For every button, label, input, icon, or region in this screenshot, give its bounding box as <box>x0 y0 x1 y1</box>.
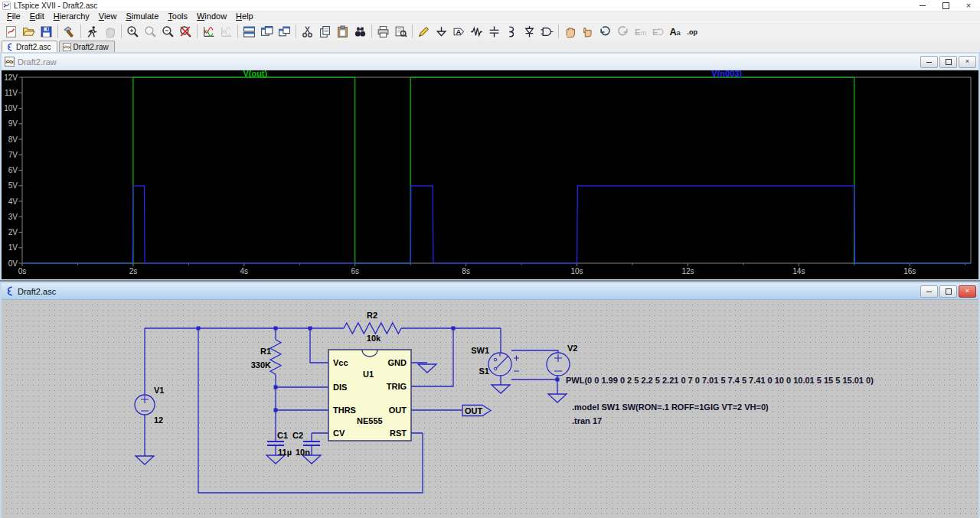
app-close-button[interactable]: × <box>957 0 980 11</box>
print-button[interactable] <box>374 23 392 41</box>
print-preview-button[interactable] <box>392 23 410 41</box>
r2-name[interactable]: R2 <box>367 311 377 320</box>
run-button[interactable] <box>83 23 101 41</box>
zoom-out-icon <box>162 25 175 38</box>
v2-name[interactable]: V2 <box>567 344 577 353</box>
undo-button[interactable] <box>596 23 614 41</box>
zoom-in-button[interactable] <box>124 23 142 41</box>
tile-horizontal-button[interactable] <box>240 23 258 41</box>
autorange-y-button[interactable] <box>200 23 217 41</box>
copy-button[interactable] <box>316 23 334 41</box>
run-icon <box>86 25 99 38</box>
wire-icon <box>417 25 430 38</box>
schematic-minimize-button[interactable] <box>920 285 938 298</box>
zoom-full-button[interactable] <box>177 23 194 41</box>
waveform-close-button[interactable]: × <box>959 56 976 68</box>
component-r1[interactable]: R1 330K <box>251 340 281 374</box>
menu-edit[interactable]: Edit <box>25 11 49 21</box>
inductor-button[interactable] <box>503 23 521 41</box>
wire-button[interactable] <box>415 23 433 41</box>
component-c2[interactable]: C2 10n <box>292 431 320 457</box>
text-icon: Aa <box>669 25 682 38</box>
waveform-maximize-button[interactable] <box>939 56 957 68</box>
label-net-button[interactable]: A <box>450 23 468 41</box>
trace-label-vn003[interactable]: V(n003) <box>711 70 742 78</box>
control-panel-button[interactable] <box>60 23 78 41</box>
menu-hierarchy[interactable]: Hierarchy <box>49 11 94 21</box>
app-restore-button[interactable] <box>934 0 957 11</box>
ground-icon <box>435 25 448 38</box>
y-tick-label: 2V <box>8 228 18 236</box>
cascade-button[interactable] <box>276 23 293 41</box>
component-r2[interactable]: R2 10k <box>344 311 401 343</box>
save-icon <box>40 25 53 38</box>
c1-name[interactable]: C1 <box>277 431 288 440</box>
v1-name[interactable]: V1 <box>154 386 164 395</box>
sw1-value[interactable]: S1 <box>479 367 489 376</box>
find-icon <box>354 25 367 38</box>
toolbar-separator <box>237 24 238 38</box>
menu-help[interactable]: Help <box>231 11 258 21</box>
cascade-icon <box>278 25 291 38</box>
component-button[interactable] <box>538 23 556 41</box>
menu-file[interactable]: File <box>2 11 25 21</box>
schematic-close-button[interactable]: × <box>959 285 976 298</box>
r1-value[interactable]: 330K <box>251 360 271 370</box>
v2-value-pwl[interactable]: PWL(0 0 1.99 0 2 5 2.2 5 2.21 0 7 0 7.01… <box>566 376 874 385</box>
open-button[interactable] <box>20 23 38 41</box>
menu-simulate[interactable]: Simulate <box>121 11 163 21</box>
schematic-window-titlebar[interactable]: Draft2.asc × <box>2 283 978 300</box>
zoom-out-button[interactable] <box>159 23 177 41</box>
schematic-maximize-button[interactable] <box>939 285 957 298</box>
tab-label: Draft2.raw <box>74 43 109 51</box>
menu-view[interactable]: View <box>94 11 122 21</box>
tab-draft2-asc[interactable]: Draft2.asc <box>2 41 57 52</box>
save-button[interactable] <box>38 23 55 41</box>
menu-window[interactable]: Window <box>192 11 231 21</box>
diode-button[interactable] <box>521 23 538 41</box>
directive-tran[interactable]: .tran 17 <box>572 416 602 425</box>
u1-name[interactable]: U1 <box>363 370 374 379</box>
component-u1-ne555[interactable]: Vcc DIS THRS CV GND TRIG OUT RST U1 NE55… <box>328 350 411 441</box>
print-icon <box>377 25 390 38</box>
waveform-plot[interactable]: 0V1V2V3V4V5V6V7V8V9V10V11V12V0s2s4s6s8s1… <box>2 70 978 279</box>
waveform-minimize-button[interactable] <box>920 56 938 68</box>
new-schematic-button[interactable] <box>2 23 20 41</box>
resistor-button[interactable] <box>468 23 485 41</box>
r1-name[interactable]: R1 <box>260 347 271 356</box>
drag-button[interactable] <box>579 23 596 41</box>
u1-value[interactable]: NE555 <box>357 416 383 425</box>
directive-model[interactable]: .model SW1 SW(RON=.1 ROFF=1GIG VT=2 VH=0… <box>572 402 769 412</box>
menu-tools[interactable]: Tools <box>163 11 192 21</box>
x-tick-label: 16s <box>903 267 916 275</box>
move-button[interactable] <box>561 23 579 41</box>
sw1-name[interactable]: SW1 <box>471 346 489 355</box>
waveform-window-icon <box>5 57 15 67</box>
c2-name[interactable]: C2 <box>292 431 303 440</box>
capacitor-button[interactable] <box>485 23 503 41</box>
paste-button[interactable] <box>334 23 351 41</box>
label-net-icon: A <box>452 25 466 38</box>
waveform-window-titlebar[interactable]: Draft2.raw × <box>2 54 978 70</box>
v1-value[interactable]: 12 <box>154 415 163 425</box>
component-v1[interactable]: V1 12 <box>135 386 164 425</box>
cut-button[interactable] <box>299 23 316 41</box>
text-button[interactable]: Aa <box>667 23 684 41</box>
out-port-flag[interactable]: OUT <box>462 406 491 416</box>
component-v2[interactable]: V2 PWL(0 0 1.99 0 2 5 2.2 5 2.21 0 7 0 7… <box>547 344 874 385</box>
pin-trig: TRIG <box>387 382 407 391</box>
spice-directive-button[interactable]: .op <box>684 23 702 41</box>
drag-icon <box>581 25 594 38</box>
c2-value[interactable]: 10n <box>296 448 310 457</box>
c1-value[interactable]: 11µ <box>278 448 292 457</box>
component-c1[interactable]: C1 11µ <box>267 431 292 457</box>
find-button[interactable] <box>351 23 369 41</box>
tile-vertical-button[interactable] <box>258 23 276 41</box>
trace-label-vout[interactable]: V(out) <box>243 70 267 78</box>
ground-button[interactable] <box>433 23 450 41</box>
y-tick-label: 10V <box>4 104 18 112</box>
tab-draft2-raw[interactable]: Draft2.raw <box>59 41 115 52</box>
r2-value[interactable]: 10k <box>367 334 381 343</box>
schematic-canvas[interactable]: V1 12 R1 330K R2 10k <box>2 300 978 518</box>
app-minimize-button[interactable] <box>911 0 934 11</box>
